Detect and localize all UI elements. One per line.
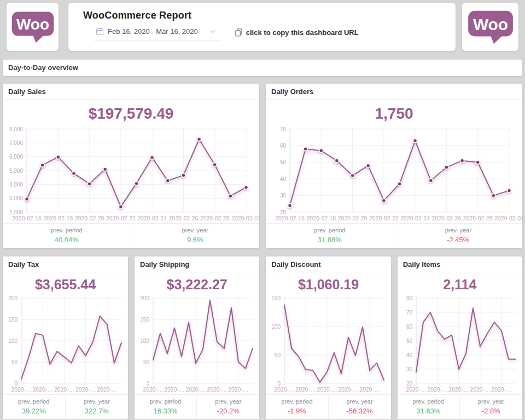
- prev-period-value: 16.33%: [135, 407, 196, 415]
- chart-footer: prev. period 31.63% prev. year -2.8%: [398, 394, 522, 419]
- woo-logo-icon: Woo: [467, 10, 514, 44]
- svg-text:100: 100: [140, 338, 149, 344]
- line-chart[interactable]: 0501001502002020-…2020-…2020-…2020-…2020…: [3, 294, 128, 394]
- prev-period-label: prev. period: [3, 398, 65, 405]
- svg-text:2020-…: 2020-…: [491, 386, 511, 393]
- chart-card: Daily Tax $3,655.44 0501001502002020-…20…: [3, 256, 128, 419]
- prev-period-value: 31.88%: [266, 236, 394, 244]
- svg-text:50: 50: [275, 352, 281, 358]
- prev-year-stat: prev. year 9.6%: [131, 224, 260, 248]
- prev-year-stat: prev. year -2.8%: [460, 395, 522, 419]
- svg-text:2020-…: 2020-…: [185, 386, 206, 393]
- svg-text:2020-…: 2020-…: [143, 386, 163, 393]
- svg-text:2020-…: 2020-…: [228, 386, 248, 393]
- chart-footer: prev. period -1.9% prev. year -56.32%: [266, 394, 390, 419]
- prev-year-stat: prev. year 322.7%: [66, 395, 129, 419]
- svg-text:2020-…: 2020-…: [275, 386, 295, 393]
- prev-year-label: prev. year: [197, 398, 259, 405]
- prev-year-value: 322.7%: [66, 407, 129, 415]
- prev-year-label: prev. year: [66, 398, 129, 405]
- svg-text:0: 0: [14, 381, 18, 387]
- line-chart[interactable]: 2,0003,0004,0005,0006,0007,0008,0002020-…: [3, 125, 259, 223]
- svg-text:8,000: 8,000: [9, 126, 23, 132]
- copy-dashboard-url-button[interactable]: click to copy this dashboard URL: [235, 28, 359, 40]
- svg-text:80: 80: [406, 295, 413, 301]
- line-chart[interactable]: 0501001502002020-…2020-…2020-…2020-…2020…: [135, 294, 259, 394]
- svg-text:2020-02-26: 2020-02-26: [169, 215, 199, 221]
- prev-period-value: 39.22%: [3, 407, 65, 415]
- prev-year-label: prev. year: [329, 398, 391, 405]
- svg-text:5,000: 5,000: [9, 168, 23, 174]
- chart-total-value: $3,222.27: [135, 272, 259, 294]
- svg-text:2020-02-18: 2020-02-18: [43, 215, 73, 221]
- svg-text:150: 150: [140, 317, 149, 323]
- svg-text:2020-02-16: 2020-02-16: [275, 215, 305, 221]
- svg-text:2020-02-24: 2020-02-24: [400, 215, 430, 221]
- svg-text:2020-…: 2020-…: [33, 386, 53, 393]
- svg-text:4,000: 4,000: [9, 182, 23, 188]
- chart-total-value: $197,579.49: [3, 100, 259, 125]
- svg-text:200: 200: [8, 295, 18, 301]
- chart-card-title: Daily Items: [398, 256, 522, 272]
- svg-text:50: 50: [406, 338, 413, 344]
- chart-card-title: Daily Orders: [266, 84, 522, 100]
- prev-period-label: prev. period: [135, 398, 196, 405]
- svg-text:2020-02-20: 2020-02-20: [75, 215, 104, 221]
- svg-text:2020-03-01: 2020-03-01: [494, 215, 524, 221]
- prev-period-stat: prev. period 31.88%: [266, 224, 394, 248]
- page-title: WooCommerce Report: [83, 10, 456, 21]
- woo-logo-left: Woo: [7, 3, 59, 51]
- chart-total-value: 2,114: [398, 272, 522, 294]
- line-chart[interactable]: 203040506070802020-…2020-…2020-…2020-…20…: [398, 294, 522, 394]
- line-chart[interactable]: 2030405060702020-02-162020-02-182020-02-…: [266, 125, 522, 223]
- svg-text:20: 20: [406, 381, 413, 387]
- prev-period-label: prev. period: [266, 398, 328, 405]
- svg-text:2020-…: 2020-…: [164, 386, 184, 393]
- woo-logo-right: Woo: [462, 3, 518, 51]
- svg-text:60: 60: [406, 324, 413, 330]
- svg-text:2020-…: 2020-…: [448, 386, 469, 393]
- chart-card-title: Daily Discount: [266, 256, 390, 272]
- svg-text:70: 70: [280, 126, 287, 132]
- chart-card-title: Daily Sales: [3, 84, 259, 100]
- svg-text:2020-…: 2020-…: [296, 386, 316, 393]
- svg-text:200: 200: [140, 295, 149, 301]
- chart-footer: prev. period 16.33% prev. year -20.2%: [135, 394, 259, 419]
- prev-year-stat: prev. year -56.32%: [329, 395, 391, 419]
- svg-text:2020-02-20: 2020-02-20: [338, 215, 368, 221]
- svg-text:7,000: 7,000: [9, 140, 23, 146]
- svg-text:50: 50: [11, 359, 18, 365]
- prev-period-stat: prev. period 39.22%: [3, 395, 66, 419]
- svg-text:2020-…: 2020-…: [317, 386, 337, 393]
- svg-text:2020-…: 2020-…: [75, 386, 96, 393]
- prev-period-stat: prev. period 16.33%: [135, 395, 197, 419]
- prev-year-value: -56.32%: [329, 407, 391, 415]
- chart-footer: prev. period 39.22% prev. year 322.7%: [3, 394, 128, 419]
- copy-url-label: click to copy this dashboard URL: [246, 28, 359, 37]
- svg-text:60: 60: [280, 143, 287, 149]
- chart-card-title: Daily Tax: [3, 256, 128, 272]
- chart-card-title: Daily Shipping: [135, 256, 259, 272]
- svg-text:2020-03-01: 2020-03-01: [231, 215, 261, 221]
- woo-logo-text: Woo: [16, 16, 49, 33]
- prev-period-stat: prev. period 31.63%: [398, 395, 460, 419]
- prev-year-label: prev. year: [460, 398, 522, 405]
- line-chart[interactable]: 0501001502020-…2020-…2020-…2020-…2020-…: [266, 294, 390, 394]
- chart-card: Daily Shipping $3,222.27 050100150200202…: [135, 256, 259, 419]
- svg-text:50: 50: [280, 159, 287, 165]
- date-range-picker[interactable]: Feb 16, 2020 - Mar 16, 2020: [94, 27, 221, 40]
- svg-text:2020-02-28: 2020-02-28: [463, 215, 493, 221]
- prev-period-value: 31.63%: [398, 407, 459, 415]
- report-header-card: WooCommerce Report Feb 16, 2020 - Mar 16…: [68, 3, 456, 51]
- svg-text:40: 40: [280, 176, 287, 182]
- svg-text:2020-…: 2020-…: [470, 386, 490, 393]
- svg-text:2020-02-18: 2020-02-18: [306, 215, 336, 221]
- prev-year-value: -2.8%: [460, 407, 522, 415]
- copy-icon: [235, 28, 242, 37]
- svg-text:6,000: 6,000: [9, 154, 23, 160]
- section-title: Day-to-Day overview: [3, 60, 522, 76]
- svg-text:100: 100: [8, 338, 18, 344]
- svg-text:50: 50: [143, 359, 150, 365]
- svg-text:2020-…: 2020-…: [406, 386, 426, 393]
- svg-text:2020-02-26: 2020-02-26: [432, 215, 462, 221]
